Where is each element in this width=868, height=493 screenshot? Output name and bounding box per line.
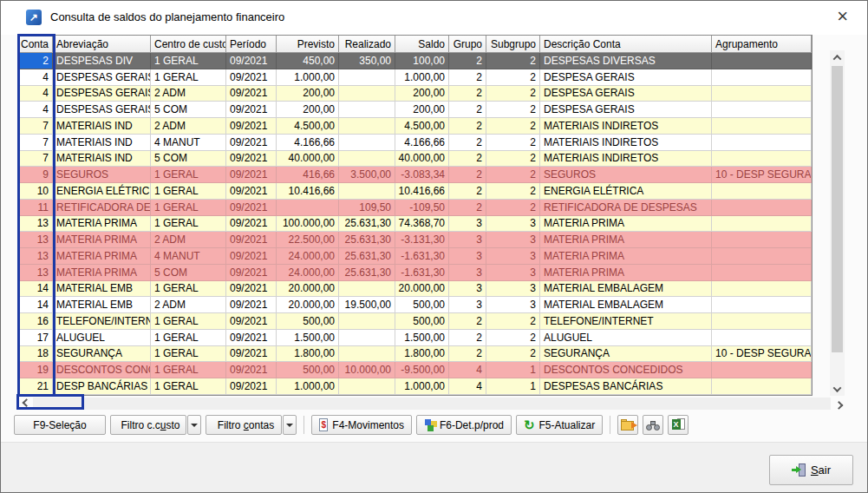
cell-previsto[interactable]: 200,00: [277, 86, 339, 102]
cell-agrupamento[interactable]: [712, 313, 812, 330]
cell-abreviacao[interactable]: MATERIAIS IND: [53, 151, 151, 168]
cell-saldo[interactable]: 1.800,00: [395, 346, 449, 363]
horizontal-scrollbar-thumb[interactable]: [33, 398, 831, 410]
cell-realizado[interactable]: 19.500,00: [339, 297, 395, 313]
cell-conta[interactable]: 18: [19, 346, 53, 363]
column-header-agrupamento[interactable]: Agrupamento: [712, 36, 812, 53]
cell-centro-de-custo[interactable]: 1 GERAL: [151, 313, 226, 330]
cell-descricao-conta[interactable]: MATERIAIS INDIRETOS: [540, 118, 712, 135]
cell-saldo[interactable]: 4.500,00: [395, 118, 449, 135]
cell-centro-de-custo[interactable]: 4 MANUT: [151, 248, 226, 265]
cell-periodo[interactable]: 09/2021: [226, 118, 277, 135]
f9-selecao-button[interactable]: F9-Seleção: [14, 415, 106, 435]
cell-descricao-conta[interactable]: MATERIAIS INDIRETOS: [540, 135, 712, 151]
cell-agrupamento[interactable]: [712, 378, 812, 395]
cell-descricao-conta[interactable]: SEGUROS: [540, 167, 712, 183]
cell-conta[interactable]: 13: [19, 232, 53, 248]
column-header-subgrupo[interactable]: Subgrupo: [486, 36, 540, 53]
cell-grupo[interactable]: 2: [449, 200, 486, 216]
cell-realizado[interactable]: 25.631,30: [339, 216, 395, 233]
cell-periodo[interactable]: 09/2021: [226, 102, 277, 118]
cell-centro-de-custo[interactable]: 2 ADM: [151, 86, 226, 102]
column-header-centro-de-custo[interactable]: Centro de custo: [151, 36, 226, 53]
cell-periodo[interactable]: 09/2021: [226, 378, 277, 395]
cell-periodo[interactable]: 09/2021: [226, 216, 277, 233]
cell-abreviacao[interactable]: MATERIAL EMB: [53, 281, 151, 298]
cell-centro-de-custo[interactable]: 1 GERAL: [151, 281, 226, 298]
cell-abreviacao[interactable]: MATERIA PRIMA: [53, 248, 151, 265]
cell-conta[interactable]: 7: [19, 118, 53, 135]
cell-periodo[interactable]: 09/2021: [226, 69, 277, 86]
scroll-right-icon[interactable]: [832, 397, 845, 411]
cell-saldo[interactable]: 1.000,00: [395, 69, 449, 86]
scroll-down-icon[interactable]: [830, 382, 845, 396]
cell-periodo[interactable]: 09/2021: [226, 135, 277, 151]
cell-abreviacao[interactable]: MATERIAIS IND: [53, 118, 151, 135]
cell-centro-de-custo[interactable]: 2 ADM: [151, 232, 226, 248]
table-row[interactable]: 4DESPESAS GERAIS1 GERAL09/20211.000,001.…: [19, 69, 812, 86]
cell-descricao-conta[interactable]: ALUGUEL: [540, 330, 712, 346]
cell-subgrupo[interactable]: 2: [486, 102, 540, 118]
cell-subgrupo[interactable]: 2: [486, 118, 540, 135]
cell-grupo[interactable]: 2: [449, 183, 486, 200]
cell-realizado[interactable]: [339, 151, 395, 168]
cell-previsto[interactable]: 1.800,00: [277, 346, 339, 363]
cell-abreviacao[interactable]: DESPESAS GERAIS: [53, 86, 151, 102]
cell-agrupamento[interactable]: [712, 135, 812, 151]
cell-centro-de-custo[interactable]: 5 COM: [151, 151, 226, 168]
cell-realizado[interactable]: [339, 86, 395, 102]
cell-conta[interactable]: 16: [19, 313, 53, 330]
cell-centro-de-custo[interactable]: 1 GERAL: [151, 216, 226, 233]
cell-grupo[interactable]: 4: [449, 378, 486, 395]
cell-saldo[interactable]: 1.000,00: [395, 378, 449, 395]
horizontal-scrollbar[interactable]: [19, 397, 845, 411]
cell-descricao-conta[interactable]: SEGURANÇA: [540, 346, 712, 363]
cell-grupo[interactable]: 2: [449, 313, 486, 330]
cell-realizado[interactable]: [339, 313, 395, 330]
cell-realizado[interactable]: [339, 281, 395, 298]
cell-periodo[interactable]: 09/2021: [226, 53, 277, 69]
table-row[interactable]: 18SEGURANÇA1 GERAL09/20211.800,001.800,0…: [19, 346, 812, 363]
cell-agrupamento[interactable]: [712, 362, 812, 378]
cell-abreviacao[interactable]: MATERIA PRIMA: [53, 265, 151, 281]
column-header-periodo[interactable]: Período: [226, 36, 277, 53]
cell-realizado[interactable]: [339, 102, 395, 118]
cell-subgrupo[interactable]: 2: [486, 86, 540, 102]
table-row[interactable]: 7MATERIAIS IND5 COM09/202140.000,0040.00…: [19, 151, 812, 168]
cell-subgrupo[interactable]: 3: [486, 281, 540, 298]
cell-periodo[interactable]: 09/2021: [226, 281, 277, 298]
scroll-left-icon[interactable]: [19, 397, 33, 411]
cell-abreviacao[interactable]: MATERIAIS IND: [53, 135, 151, 151]
cell-subgrupo[interactable]: 2: [486, 313, 540, 330]
table-row[interactable]: 9SEGUROS1 GERAL09/2021416,663.500,00-3.0…: [19, 167, 812, 183]
cell-previsto[interactable]: 200,00: [277, 102, 339, 118]
cell-periodo[interactable]: 09/2021: [226, 248, 277, 265]
cell-periodo[interactable]: 09/2021: [226, 167, 277, 183]
cell-centro-de-custo[interactable]: 1 GERAL: [151, 53, 226, 69]
cell-subgrupo[interactable]: 2: [486, 135, 540, 151]
cell-realizado[interactable]: [339, 330, 395, 346]
cell-periodo[interactable]: 09/2021: [226, 151, 277, 168]
cell-conta[interactable]: 7: [19, 135, 53, 151]
cell-conta[interactable]: 4: [19, 86, 53, 102]
cell-abreviacao[interactable]: ENERGIA ELÉTRIC: [53, 183, 151, 200]
f5-atualizar-button[interactable]: ↻ F5-Atualizar: [516, 415, 603, 435]
cell-agrupamento[interactable]: [712, 330, 812, 346]
cell-subgrupo[interactable]: 2: [486, 200, 540, 216]
cell-conta[interactable]: 17: [19, 330, 53, 346]
cell-conta[interactable]: 19: [19, 362, 53, 378]
column-header-saldo[interactable]: Saldo: [395, 36, 449, 53]
cell-agrupamento[interactable]: [712, 232, 812, 248]
cell-saldo[interactable]: 200,00: [395, 102, 449, 118]
cell-previsto[interactable]: [277, 200, 339, 216]
cell-centro-de-custo[interactable]: 1 GERAL: [151, 200, 226, 216]
filtro-contas-button[interactable]: Filtro contas: [206, 415, 282, 435]
cell-previsto[interactable]: 1.500,00: [277, 330, 339, 346]
cell-centro-de-custo[interactable]: 1 GERAL: [151, 69, 226, 86]
column-header-descricao-conta[interactable]: Descrição Conta: [540, 36, 712, 53]
cell-previsto[interactable]: 416,66: [277, 167, 339, 183]
cell-previsto[interactable]: 22.500,00: [277, 232, 339, 248]
table-row[interactable]: 7MATERIAIS IND2 ADM09/20214.500,004.500,…: [19, 118, 812, 135]
filtro-custo-dropdown[interactable]: [187, 415, 201, 435]
cell-subgrupo[interactable]: 3: [486, 248, 540, 265]
